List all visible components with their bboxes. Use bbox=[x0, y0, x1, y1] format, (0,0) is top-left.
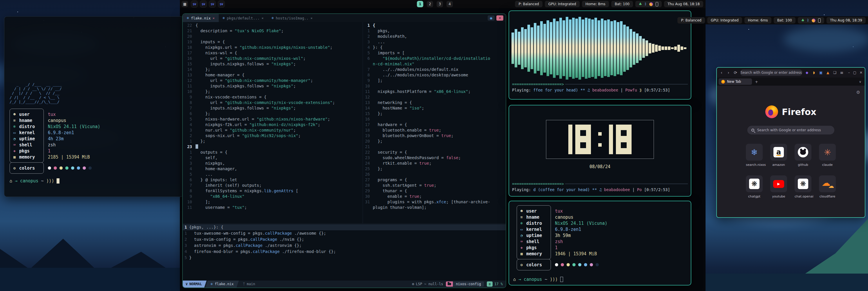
status-pill[interactable]: Home: 6ms bbox=[744, 17, 771, 24]
tab-new-tab[interactable]: New Tab bbox=[719, 79, 752, 85]
shortcut-tile[interactable]: ▶ bbox=[770, 175, 787, 192]
status-pill[interactable]: P: Balanced bbox=[515, 1, 542, 7]
text-segment: → bbox=[519, 277, 524, 282]
code-line: 17 nixos-wsl = { bbox=[183, 50, 363, 56]
status-pill[interactable]: Bat: 100 bbox=[774, 17, 796, 24]
bluetooth-icon[interactable]: ᛒ bbox=[645, 2, 647, 6]
shortcut-amazon[interactable]: aamazon bbox=[770, 144, 787, 167]
shortcut-youtube[interactable]: ▶youtube bbox=[770, 175, 787, 198]
shortcut-claude[interactable]: ✳claude bbox=[819, 144, 836, 167]
editor-tab-hosts-isoImag-[interactable]: ❄hosts/isoImag..✕ bbox=[268, 14, 316, 22]
shortcut-github[interactable]: github bbox=[795, 144, 811, 167]
shortcut-tile[interactable]: ☁☁ bbox=[819, 175, 836, 192]
workspace-2[interactable]: 2 bbox=[427, 1, 433, 7]
cava-bar bbox=[610, 21, 613, 75]
statusline-right: ⚙LSP ~ null-ls nixos-config ≣ 17 % bbox=[412, 282, 503, 287]
system-tray-secondary[interactable]: ♣ ᛒ bbox=[798, 17, 824, 24]
minimize-icon[interactable]: – bbox=[848, 70, 850, 75]
forward-icon[interactable]: › bbox=[726, 70, 731, 75]
shortcut-chatgpt[interactable]: ❋chatgpt bbox=[746, 175, 763, 198]
code-text: rtkit.enable = true; bbox=[373, 161, 431, 166]
tray-app-icon[interactable] bbox=[649, 2, 653, 6]
network-icon[interactable]: ♣ bbox=[801, 18, 804, 22]
app-launcher-button[interactable]: ▦ bbox=[182, 1, 188, 7]
search-input[interactable]: Search with Google or enter address bbox=[747, 126, 834, 135]
taglist-icon[interactable]: $W bbox=[191, 1, 198, 7]
extension-icon[interactable]: ◗ bbox=[812, 70, 816, 75]
status-pill[interactable]: GPU: Integrated bbox=[707, 17, 742, 24]
close-icon[interactable]: ✕ bbox=[860, 70, 863, 75]
shell-prompt[interactable]: ⌂ → canopus ~ ))) bbox=[9, 178, 183, 183]
back-icon[interactable]: ‹ bbox=[719, 70, 724, 75]
workspace-1[interactable]: 1 bbox=[417, 1, 423, 7]
status-pill[interactable]: P: Balanced bbox=[677, 17, 705, 24]
firefox-window[interactable]: ‹ › ⟳ Search with Google or enter addres… bbox=[716, 67, 865, 218]
shortcut-tile[interactable]: ❋ bbox=[746, 175, 763, 192]
code-line: 1{ bbox=[363, 23, 506, 28]
menu-icon[interactable]: ≡ bbox=[840, 70, 844, 75]
code-text: hostName = "iso"; bbox=[373, 106, 424, 111]
maximize-icon[interactable]: ▢ bbox=[853, 70, 857, 75]
sidebar-icon[interactable]: ❏ bbox=[833, 70, 837, 75]
editor-tab-flake-nix[interactable]: ❄flake.nix✕ bbox=[183, 14, 219, 22]
shortcut-tile[interactable]: a bbox=[770, 144, 787, 161]
prompt-text: ⌂ → canopus ~ ))) bbox=[9, 178, 54, 183]
editor-tab-pkgs-default-[interactable]: ❄pkgs/default...✕ bbox=[219, 14, 268, 22]
terminal-window-left[interactable]: _ _/ /___ __ ____ / | / / __\ \/ // __/ … bbox=[4, 16, 183, 197]
metamask-icon[interactable]: ▲ bbox=[826, 70, 830, 75]
taglist-icon[interactable]: $W bbox=[218, 1, 225, 7]
window-close-button[interactable]: ✕ bbox=[496, 16, 503, 21]
taglist-icon[interactable]: $W bbox=[200, 1, 207, 7]
clock-widget-secondary[interactable]: Thu Aug 08, 18:39 bbox=[827, 17, 866, 24]
tray-app-icon[interactable] bbox=[812, 19, 815, 22]
shortcut-tile[interactable]: ❄ bbox=[746, 144, 763, 161]
workspace-3[interactable]: 3 bbox=[437, 1, 443, 7]
editor-window[interactable]: ❄flake.nix✕❄pkgs/default...✕❄hosts/isoIm… bbox=[182, 13, 506, 288]
line-number: 11 bbox=[183, 205, 195, 210]
code-pane-iso-image[interactable]: 1{1 pkgs,2 modulesPath,3 ...4}: {5 impor… bbox=[363, 22, 506, 223]
pin-button[interactable]: ◉ bbox=[488, 16, 495, 21]
taglist-icon[interactable]: $W bbox=[209, 1, 216, 7]
status-pill[interactable]: GPU: Integrated bbox=[545, 1, 580, 7]
personalize-gear-icon[interactable]: ⚙ bbox=[857, 90, 860, 95]
tab-close-icon[interactable]: ✕ bbox=[310, 16, 312, 20]
tab-list-chevron-icon[interactable]: ∨ bbox=[859, 80, 861, 84]
fetch-window[interactable]: ☻user≡hname❄distro▭kernel◔uptime⌨shell❖p… bbox=[508, 201, 691, 286]
clock-window[interactable]: 08/08/24 =====================> Playing:… bbox=[508, 105, 691, 197]
tab-label: flake.nix bbox=[191, 16, 211, 20]
reload-icon[interactable]: ⟳ bbox=[733, 70, 738, 75]
tab-close-icon[interactable]: ✕ bbox=[213, 16, 215, 20]
code-pane-packages[interactable]: 1{pkgs, ...}: {1 tux-awesome-wm-config =… bbox=[183, 224, 506, 281]
bluetooth-icon[interactable]: ᛒ bbox=[807, 18, 809, 22]
url-bar[interactable]: Search with Google or enter address bbox=[740, 69, 802, 76]
tab-close-icon[interactable]: ✕ bbox=[262, 16, 264, 20]
clock-digit-1 bbox=[609, 124, 613, 154]
line-number: 19 bbox=[363, 133, 373, 139]
phone-icon[interactable] bbox=[656, 2, 658, 6]
status-pill[interactable]: Bat: 100 bbox=[611, 1, 633, 7]
network-icon[interactable]: ♣ bbox=[639, 2, 642, 6]
status-pill[interactable]: Home: 8ms bbox=[582, 1, 609, 7]
line-number: 14 bbox=[363, 106, 373, 111]
clock-widget[interactable]: Thu Aug 08, 18:18 bbox=[664, 1, 703, 7]
line-number: 1 bbox=[363, 23, 373, 28]
code-pane-flake[interactable]: 22{21 description = "tux's NixOS Flake";… bbox=[183, 22, 363, 223]
shortcut-tile[interactable]: ❋ bbox=[795, 175, 811, 192]
shortcut-tile[interactable]: ✳ bbox=[819, 144, 836, 161]
cava-window[interactable]: =====================> Playing: ffee for… bbox=[508, 10, 691, 99]
shortcut-search.nixos[interactable]: ❄search.nixos bbox=[746, 144, 763, 167]
line-number: 3 bbox=[183, 127, 195, 133]
new-tab-button[interactable]: + bbox=[755, 80, 758, 84]
cava-bar bbox=[623, 25, 626, 72]
extension-icon[interactable]: ◆ bbox=[805, 70, 809, 75]
packages-icon: ❖ bbox=[517, 245, 526, 250]
extension-icon[interactable]: ▣ bbox=[819, 70, 823, 75]
system-tray[interactable]: ♣ ᛒ bbox=[636, 1, 662, 7]
code-text: firefox-mod-blur = pkgs.callPackage ./fi… bbox=[189, 249, 336, 254]
phone-icon[interactable] bbox=[818, 18, 821, 23]
shortcut-cloudflare[interactable]: ☁☁cloudflare bbox=[819, 175, 836, 198]
shortcut-tile[interactable] bbox=[795, 144, 811, 161]
shell-prompt[interactable]: ⌂ → canopus ~ ))) bbox=[513, 277, 691, 282]
shortcut-chat.openai[interactable]: ❋chat.openai bbox=[795, 175, 811, 198]
workspace-4[interactable]: 4 bbox=[446, 1, 453, 7]
